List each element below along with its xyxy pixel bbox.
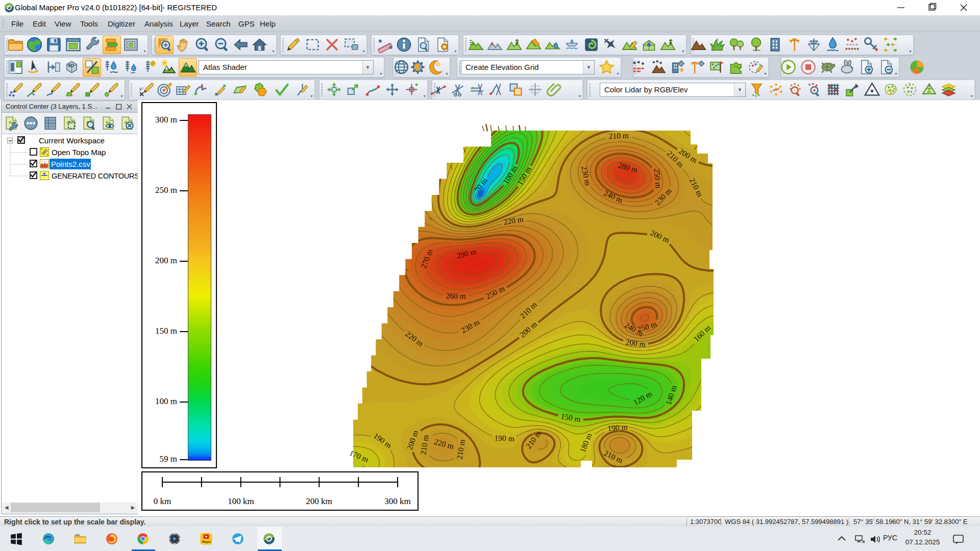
svg-text:Player: Player: [202, 540, 212, 543]
svg-text:190 m: 190 m: [494, 434, 514, 443]
svg-text:260 m: 260 m: [446, 291, 465, 300]
svg-text:250 m: 250 m: [652, 168, 663, 189]
svg-text:190 m: 190 m: [607, 422, 628, 433]
svg-text:210 m: 210 m: [608, 131, 629, 140]
